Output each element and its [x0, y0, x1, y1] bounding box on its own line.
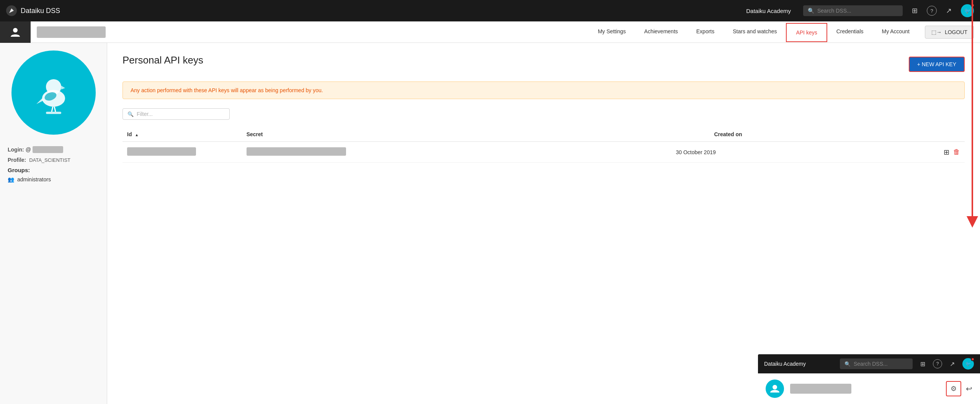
popup-actions: ⚙ ↩ [946, 381, 972, 396]
popup-avatar-icon: 🐦 [965, 361, 971, 367]
popup-search-input[interactable] [854, 361, 911, 367]
logo-icon [6, 5, 17, 16]
profile-info: Login: @ Profile: DATA_SCIENTIST Groups:… [8, 142, 99, 186]
table-header-row: Id ▲ Secret Created on [122, 127, 965, 142]
tab-exports[interactable]: Exports [687, 21, 724, 43]
trend-icon[interactable]: ↗ [943, 5, 955, 16]
signout-button[interactable]: ↩ [966, 384, 972, 393]
groups-icon: 👥 [8, 176, 14, 182]
api-keys-table: Id ▲ Secret Created on [122, 127, 965, 163]
settings-gear-button[interactable]: ⚙ [946, 381, 961, 396]
tab-my-settings[interactable]: My Settings [589, 21, 635, 43]
avatar-bird-icon: 🐦 [964, 8, 971, 14]
filter-input[interactable] [137, 111, 221, 117]
tab-api-keys[interactable]: API keys [786, 23, 827, 42]
search-input[interactable] [817, 8, 894, 14]
left-sidebar: Login: @ Profile: DATA_SCIENTIST Groups:… [0, 43, 107, 404]
user-icon [10, 26, 21, 38]
user-avatar[interactable]: 🐦 [961, 4, 974, 17]
app-logo[interactable]: Dataiku DSS [6, 5, 60, 16]
content-area: Personal API keys + NEW API KEY Any acti… [107, 43, 980, 404]
popup-navbar: Dataiku Academy 🔍 ⊞ ? ↗ 🐦 [758, 354, 980, 373]
row-id [122, 142, 242, 163]
popup-search-icon: 🔍 [844, 361, 851, 367]
app-name: Dataiku DSS [21, 7, 60, 15]
row-actions: ⊞ 🗑 [926, 142, 965, 163]
logout-button[interactable]: ⬚→ LOGOUT [925, 26, 974, 39]
logout-label: LOGOUT [945, 29, 967, 35]
table-actions: ⊞ 🗑 [930, 148, 960, 156]
help-icon[interactable]: ? [927, 6, 937, 16]
secret-redacted [247, 147, 346, 156]
profile-line: Profile: DATA_SCIENTIST [8, 157, 99, 163]
popup-profile-avatar [766, 380, 784, 398]
popup-body: ⚙ ↩ [758, 373, 980, 404]
profile-label: Profile: [8, 157, 26, 163]
row-secret [242, 142, 408, 163]
popup-user-avatar[interactable]: 🐦 [962, 358, 974, 370]
table-row: 30 October 2019 ⊞ 🗑 [122, 142, 965, 163]
svg-point-4 [46, 79, 61, 94]
column-created-on: Created on [408, 127, 925, 142]
popup-academy-label: Dataiku Academy [764, 361, 806, 367]
column-secret: Secret [242, 127, 408, 142]
search-icon: 🔍 [808, 8, 814, 14]
user-menu-popup: Dataiku Academy 🔍 ⊞ ? ↗ 🐦 [758, 354, 980, 404]
tab-credentials[interactable]: Credentials [827, 21, 873, 43]
user-name-box [37, 26, 106, 38]
svg-point-11 [773, 385, 777, 389]
profile-avatar [11, 50, 96, 135]
qr-code-button[interactable]: ⊞ [944, 148, 949, 156]
filter-row: 🔍 [122, 108, 965, 120]
tab-stars-and-watches[interactable]: Stars and watches [724, 21, 786, 43]
tab-achievements[interactable]: Achievements [635, 21, 687, 43]
popup-avatar-bird [769, 383, 780, 394]
popup-help-icon[interactable]: ? [933, 359, 942, 368]
row-created-on: 30 October 2019 [408, 142, 925, 163]
filter-input-box[interactable]: 🔍 [122, 108, 230, 120]
login-value: @ [26, 146, 63, 153]
popup-username-redacted [790, 384, 851, 394]
main-layout: Login: @ Profile: DATA_SCIENTIST Groups:… [0, 43, 980, 404]
page-title: Personal API keys [122, 54, 203, 66]
login-line: Login: @ [8, 146, 99, 153]
top-navbar: Dataiku DSS Dataiku Academy 🔍 ⊞ ? ↗ 🐦 [0, 0, 980, 21]
delete-key-button[interactable]: 🗑 [953, 148, 960, 156]
svg-point-1 [13, 28, 18, 33]
sort-icon: ▲ [135, 133, 139, 137]
column-id: Id ▲ [122, 127, 242, 142]
popup-notification-dot [971, 357, 975, 361]
logout-icon: ⬚→ [931, 29, 942, 35]
grid-icon[interactable]: ⊞ [909, 5, 921, 16]
warning-message: Any action performed with these API keys… [131, 87, 323, 93]
group-name: administrators [17, 176, 51, 182]
tab-my-account[interactable]: My Account [873, 21, 919, 43]
secondary-nav: My Settings Achievements Exports Stars a… [0, 21, 980, 43]
id-redacted [127, 147, 196, 156]
user-icon-area [0, 21, 31, 43]
nav-tabs: My Settings Achievements Exports Stars a… [589, 21, 980, 42]
profile-value: DATA_SCIENTIST [29, 157, 70, 163]
search-box[interactable]: 🔍 [803, 5, 903, 16]
column-actions [926, 127, 965, 142]
groups-item: 👥 administrators [8, 176, 99, 182]
popup-search-box[interactable]: 🔍 [840, 358, 913, 369]
notification-dot [971, 3, 975, 7]
svg-rect-10 [46, 112, 61, 114]
warning-banner: Any action performed with these API keys… [122, 81, 965, 99]
page-header: Personal API keys + NEW API KEY [122, 54, 965, 74]
academy-label: Dataiku Academy [746, 8, 791, 14]
avatar-bird-illustration [27, 66, 80, 119]
filter-search-icon: 🔍 [127, 111, 134, 117]
popup-trend-icon[interactable]: ↗ [947, 359, 958, 369]
signout-icon: ↩ [966, 384, 972, 393]
gear-icon: ⚙ [951, 384, 957, 393]
login-label: Login: [8, 147, 24, 153]
groups-label: Groups: [8, 167, 99, 173]
new-api-key-button[interactable]: + NEW API KEY [909, 57, 965, 72]
login-redacted [33, 146, 63, 153]
popup-grid-icon[interactable]: ⊞ [917, 359, 928, 369]
